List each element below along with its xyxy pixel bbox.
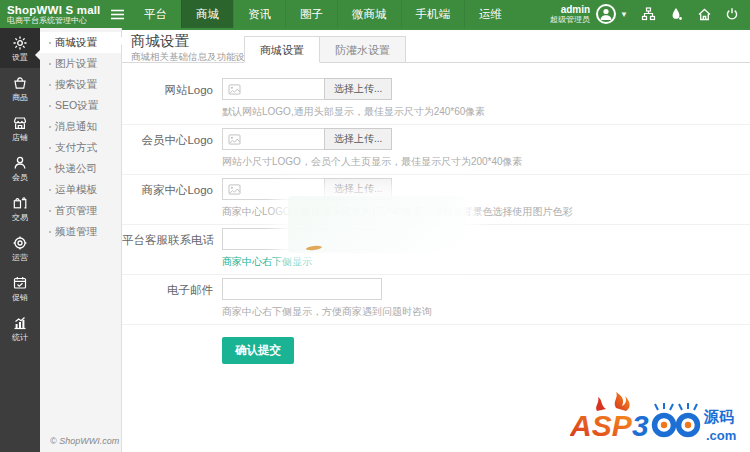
avatar[interactable]: [596, 4, 616, 24]
sidebar-item-notifications[interactable]: 消息通知: [40, 116, 121, 137]
rail-label: 统计: [12, 333, 28, 342]
form-row-site-logo: 网站Logo 选择上传... 默认网站LOGO,通用头部显示，最佳显示尺寸为24…: [122, 75, 750, 125]
header-right: admin 超级管理员 ▼: [550, 0, 750, 28]
main-rail: 设置 商品 店铺 会员 交易 运营 促销 统计: [0, 28, 40, 452]
submit-button[interactable]: 确认提交: [222, 337, 294, 364]
sidebar-item-homepage[interactable]: 首页管理: [40, 200, 121, 221]
email-input[interactable]: [222, 278, 382, 300]
nav-item-circle[interactable]: 圈子: [285, 0, 337, 28]
rail-label: 商品: [12, 93, 28, 102]
upload-button[interactable]: 选择上传...: [324, 128, 392, 150]
sidebar-item-image-settings[interactable]: 图片设置: [40, 53, 121, 74]
app-logo: ShopWWI S mall 电商平台系统管理中心: [0, 0, 104, 28]
rail-item-operation[interactable]: 运营: [0, 228, 40, 268]
sidebar-active-arrow: [117, 36, 123, 46]
user-role: 超级管理员: [550, 15, 590, 24]
watermark-com: .com: [706, 428, 736, 443]
settings-sidebar: 商城设置 图片设置 搜索设置 SEO设置 消息通知 支付方式 快递公司 运单模板…: [40, 28, 122, 452]
cog-icon: [12, 235, 28, 251]
rail-label: 店铺: [12, 133, 28, 142]
rail-item-promotion[interactable]: 促销: [0, 268, 40, 308]
calendar-icon: [12, 275, 28, 291]
rail-label: 运营: [12, 253, 28, 262]
nav-item-mobile[interactable]: 手机端: [401, 0, 465, 28]
user-info: admin 超级管理员: [550, 4, 590, 24]
asp300-watermark: ASP 3 源码 .com: [570, 386, 746, 450]
field-label: 会员中心Logo: [122, 128, 222, 169]
top-nav: 平台 商城 资讯 圈子 微商城 手机端 运维: [130, 0, 516, 28]
field-help: 商家中心右下侧显示，方便商家遇到问题时咨询: [222, 305, 432, 319]
power-icon[interactable]: [718, 0, 746, 28]
field-help: 默认网站LOGO,通用头部显示，最佳显示尺寸为240*60像素: [222, 105, 485, 119]
app-title: ShopWWI S mall: [7, 4, 104, 16]
nav-item-micromall[interactable]: 微商城: [337, 0, 401, 28]
sidebar-item-seo-settings[interactable]: SEO设置: [40, 95, 121, 116]
rail-active-arrow: [35, 50, 40, 60]
field-label: 电子邮件: [122, 278, 222, 319]
tab-mall-settings[interactable]: 商城设置: [244, 36, 320, 63]
field-help: 网站小尺寸LOGO，会员个人主页显示，最佳显示尺寸为200*40像素: [222, 155, 523, 169]
rail-label: 会员: [12, 173, 28, 182]
field-help: 商家中心右下侧显示: [222, 255, 382, 269]
sidebar-item-search-settings[interactable]: 搜索设置: [40, 74, 121, 95]
top-header: ShopWWI S mall 电商平台系统管理中心 平台 商城 资讯 圈子 微商…: [0, 0, 750, 28]
user-name: admin: [550, 4, 590, 15]
app-subtitle: 电商平台系统管理中心: [7, 16, 104, 25]
image-thumb-icon: [228, 134, 241, 145]
rail-item-member[interactable]: 会员: [0, 148, 40, 188]
menu-toggle-icon[interactable]: [104, 0, 130, 28]
image-thumb-icon: [228, 184, 241, 195]
rail-label: 交易: [12, 213, 28, 222]
member-logo-input[interactable]: [222, 128, 325, 150]
nav-item-news[interactable]: 资讯: [233, 0, 285, 28]
store-icon: [12, 115, 28, 131]
rail-item-settings[interactable]: 设置: [0, 28, 40, 68]
nav-item-mall[interactable]: 商城: [181, 0, 233, 28]
gear-icon: [12, 35, 28, 51]
basket-icon: [12, 75, 28, 91]
image-thumb-icon: [228, 84, 241, 95]
rail-item-goods[interactable]: 商品: [0, 68, 40, 108]
sidebar-item-channel[interactable]: 频道管理: [40, 221, 121, 242]
nav-item-ops[interactable]: 运维: [464, 0, 516, 28]
field-label: 网站Logo: [122, 78, 222, 119]
sidebar-item-waybill-template[interactable]: 运单模板: [40, 179, 121, 200]
sidebar-item-payment[interactable]: 支付方式: [40, 137, 121, 158]
user-icon: [12, 155, 28, 171]
tab-anti-flood-settings[interactable]: 防灌水设置: [320, 36, 406, 63]
watermark-cn: 源码: [703, 408, 734, 425]
bags-icon: [12, 195, 28, 211]
rail-item-stats[interactable]: 统计: [0, 308, 40, 348]
form-row-member-logo: 会员中心Logo 选择上传... 网站小尺寸LOGO，会员个人主页显示，最佳显示…: [122, 125, 750, 175]
field-label: 商家中心Logo: [122, 178, 222, 219]
home-icon[interactable]: [690, 0, 718, 28]
rail-item-trade[interactable]: 交易: [0, 188, 40, 228]
rail-label: 设置: [12, 53, 28, 62]
nav-item-platform[interactable]: 平台: [130, 0, 181, 28]
rail-item-store[interactable]: 店铺: [0, 108, 40, 148]
blur-overlay: [288, 196, 466, 253]
chevron-down-icon[interactable]: ▼: [620, 10, 628, 19]
sitemap-icon[interactable]: [634, 0, 662, 28]
watermark-asp: ASP: [570, 409, 633, 442]
sidebar-item-mall-settings[interactable]: 商城设置: [40, 32, 121, 53]
copyright-text: © ShopWWI.com: [50, 436, 119, 446]
sidebar-item-express[interactable]: 快递公司: [40, 158, 121, 179]
site-logo-input[interactable]: [222, 78, 325, 100]
content-header: 商城设置 商城相关基础信息及功能设置选项 商城设置 防灌水设置: [122, 30, 750, 63]
field-label: 平台客服联系电话: [122, 228, 222, 269]
watermark-three: 3: [632, 409, 649, 442]
clear-cache-icon[interactable]: [662, 0, 690, 28]
form-row-email: 电子邮件 商家中心右下侧显示，方便商家遇到问题时咨询: [122, 275, 750, 325]
rail-label: 促销: [12, 293, 28, 302]
settings-tabs: 商城设置 防灌水设置: [244, 36, 406, 63]
bar-chart-icon: [12, 315, 28, 331]
upload-button[interactable]: 选择上传...: [324, 78, 392, 100]
